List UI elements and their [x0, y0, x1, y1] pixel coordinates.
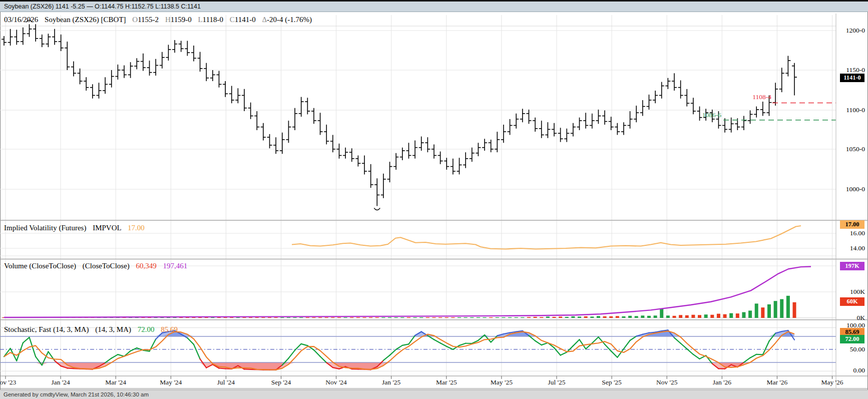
volume-study-header[interactable]: Volume (CloseToClose) (CloseToClose) 60,…: [4, 262, 187, 272]
x-axis-label: Nov '24: [325, 378, 347, 386]
stoch-k-line: [624, 340, 630, 349]
impvol-tick-label: 14.00: [842, 244, 865, 252]
x-axis-label: Jul '25: [548, 378, 565, 386]
volume-bar: [407, 317, 410, 318]
support-label: 1086-6: [702, 111, 721, 119]
bar-date: 03/16/2026: [4, 16, 38, 24]
x-axis-label: May '26: [821, 378, 843, 386]
main-chart-header[interactable]: 03/16/2026 Soybean (ZSX26) [CBOT] O1155-…: [4, 16, 312, 26]
stoch-k-line: [36, 356, 42, 365]
x-axis-label: Sep '24: [271, 378, 291, 386]
volume-bar: [325, 317, 328, 318]
volume-bar: [489, 317, 493, 318]
volume-value-badge: 60K: [840, 297, 864, 306]
volume-bar: [527, 317, 531, 318]
volume-bar: [363, 317, 366, 318]
price-tick-label: 1150-0: [842, 66, 865, 74]
volume-bar: [261, 317, 265, 318]
x-axis-label: May '25: [491, 378, 513, 386]
volume-bar: [723, 314, 727, 318]
volume-bar: [710, 315, 714, 318]
stoch-k-line: [573, 339, 580, 346]
volume-bar: [515, 317, 518, 318]
volume-bar: [616, 316, 619, 318]
volume-bar: [761, 307, 764, 318]
volume-bar: [660, 309, 663, 318]
volume-bar: [268, 317, 271, 318]
volume-bar: [419, 317, 423, 318]
volume-bar: [413, 317, 417, 318]
stoch-k-line: [674, 338, 681, 343]
cmdtyview-window: Soybean (ZSX26) 1141 -5.25 — O:1144.75 H…: [0, 0, 868, 399]
volume-bar: [559, 316, 562, 318]
x-axis-label: Jan '26: [713, 378, 731, 386]
stoch-k-line: [580, 339, 586, 349]
volume-bar: [502, 317, 505, 318]
volume-subtitle: (CloseToClose): [83, 262, 130, 270]
volume-bar: [685, 315, 689, 318]
price-tick-label: 1050-0: [842, 145, 865, 153]
stoch-k-line: [460, 343, 466, 345]
volume-bar: [647, 316, 651, 318]
volume-bar: [439, 317, 442, 318]
volume-bar: [552, 317, 556, 318]
volume-bar: [337, 317, 341, 318]
volume-bar: [704, 314, 708, 318]
volume-bar: [483, 317, 487, 318]
volume-bar: [755, 303, 758, 318]
volume-bar: [255, 317, 259, 318]
stoch-k-line: [592, 337, 599, 343]
volume-bar: [243, 317, 246, 318]
volume-bar: [400, 317, 404, 318]
price-tick-label: 1200-0: [842, 27, 865, 35]
volume-bar: [477, 317, 480, 318]
low-value: 1118-0: [203, 16, 223, 24]
volume-bar: [388, 317, 391, 318]
volume-bar: [635, 316, 638, 318]
stochastic-k-value: 72.00: [138, 325, 155, 333]
volume-bar: [793, 302, 796, 318]
generated-by-text: Generated by cmdtyView, March 21st 2026,…: [4, 391, 149, 397]
open-value: 1155-2: [138, 16, 159, 24]
volume-bar: [736, 313, 739, 318]
volume-value-badge: 197K: [840, 262, 864, 270]
stoch-k-line: [561, 352, 567, 355]
volume-bar: [590, 316, 594, 318]
volume-bar: [786, 296, 790, 318]
low-label: L: [198, 16, 202, 24]
open-label: O: [132, 16, 138, 24]
stochastic-title: Stochastic, Fast (14, 3, MA): [4, 325, 89, 333]
stoch-k-line: [219, 368, 225, 369]
volume-bar: [274, 317, 278, 318]
volume-bar: [546, 316, 550, 318]
volume-bar: [597, 316, 600, 318]
volume-bar: [672, 316, 676, 318]
volume-bar: [381, 317, 385, 318]
volume-bar: [318, 317, 322, 318]
volume-cum-value: 197,461: [163, 262, 188, 270]
volume-tick-label: 0K: [842, 314, 865, 322]
volume-bar: [742, 312, 745, 318]
stoch-tick-label: 50.00: [842, 345, 865, 353]
stoch-k-line: [542, 343, 548, 345]
impvol-study-header[interactable]: Implied Volatility (Futures) IMPVOL 17.0…: [4, 224, 145, 234]
stoch-k-line: [693, 354, 700, 359]
volume-bar: [691, 315, 695, 318]
stoch-k-line: [118, 354, 124, 356]
volume-bar: [679, 315, 682, 318]
volume-close-value: 60,349: [136, 262, 157, 270]
volume-bar: [249, 317, 252, 318]
change-value: -20-4 (-1.76%): [267, 16, 312, 24]
volume-bar: [717, 314, 720, 318]
stochastic-study-header[interactable]: Stochastic, Fast (14, 3, MA) (14, 3, MA)…: [4, 325, 178, 335]
close-label: C: [230, 16, 235, 24]
volume-bar: [312, 317, 315, 318]
volume-bar: [609, 316, 613, 318]
impvol-study-name: IMPVOL: [93, 224, 121, 232]
stoch-k-line: [301, 344, 308, 346]
volume-bar: [641, 315, 644, 318]
x-axis-label: Mar '26: [766, 378, 787, 386]
impvol-line: [292, 226, 801, 249]
price-tick-label: 1000-0: [842, 185, 865, 193]
status-bar: Generated by cmdtyView, March 21st 2026,…: [0, 389, 868, 399]
